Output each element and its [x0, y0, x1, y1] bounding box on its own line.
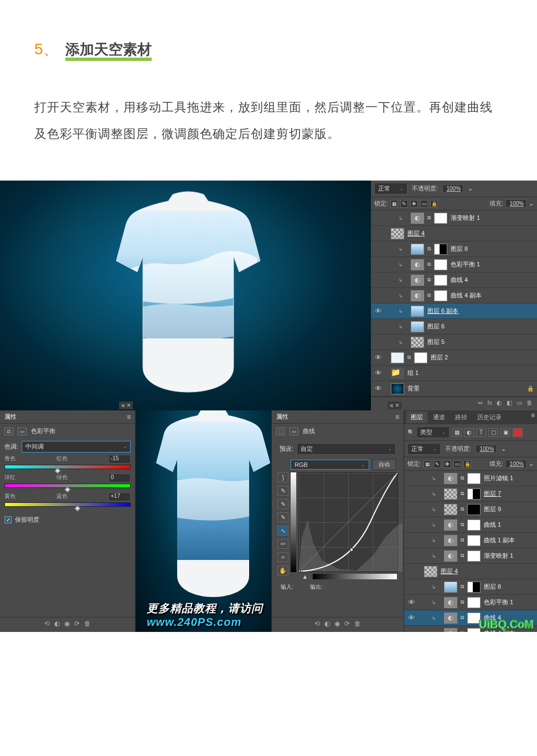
- visibility-icon[interactable]: 👁: [374, 369, 382, 377]
- lock-pixels-icon[interactable]: ▦: [424, 460, 431, 468]
- delete-icon[interactable]: 🗑: [84, 620, 91, 628]
- layer-row[interactable]: 图层 4: [371, 226, 537, 241]
- adjustment-thumb[interactable]: ◐: [444, 551, 457, 562]
- visibility-icon[interactable]: 👁: [407, 614, 415, 622]
- target-adjust-icon[interactable]: ⟆: [277, 472, 288, 482]
- layer-name[interactable]: 图层 7: [484, 490, 536, 498]
- layer-name[interactable]: 色彩平衡 1: [451, 260, 536, 269]
- layer-thumb[interactable]: [444, 488, 457, 500]
- slider-track[interactable]: [4, 502, 131, 507]
- layer-row[interactable]: ↳◐⧉照片滤镜 1: [404, 471, 537, 486]
- curve-point-icon[interactable]: ∿: [277, 526, 288, 536]
- mask-thumb[interactable]: [467, 473, 481, 484]
- tone-dropdown[interactable]: 中间调⌄: [22, 441, 131, 452]
- layer-row[interactable]: ↳◐⧉渐变映射 1: [371, 210, 537, 226]
- mask-thumb[interactable]: [434, 275, 447, 286]
- lock-brush-icon[interactable]: ✎: [433, 460, 441, 468]
- mask-thumb[interactable]: [467, 488, 481, 500]
- visibility-icon[interactable]: 👁: [374, 384, 382, 393]
- layer-row[interactable]: 👁⧉图层 2: [371, 350, 537, 366]
- filter-toggle-icon[interactable]: [513, 428, 523, 437]
- layer-name[interactable]: 照片滤镜 1: [484, 474, 536, 482]
- layer-row[interactable]: ↳◐⧉曲线 4 副本: [371, 288, 537, 304]
- layer-thumb[interactable]: [391, 228, 404, 239]
- opacity-flyout[interactable]: ⌄: [468, 185, 473, 192]
- pencil-icon[interactable]: ✏: [277, 539, 288, 549]
- layer-row[interactable]: ↳⧉图层 8: [371, 241, 537, 257]
- eyedropper-white-icon[interactable]: ✎: [277, 512, 288, 522]
- lock-artboard-icon[interactable]: ▭: [453, 460, 461, 468]
- layer-thumb[interactable]: [391, 383, 404, 394]
- histogram-toggle-icon[interactable]: ▲: [298, 573, 312, 580]
- slider-value[interactable]: -15: [109, 455, 131, 464]
- close-icon[interactable]: « ×: [388, 402, 401, 409]
- close-icon[interactable]: « ×: [119, 402, 133, 409]
- adjustment-thumb[interactable]: ◐: [444, 613, 457, 624]
- reset-icon[interactable]: ◉: [64, 620, 70, 628]
- tab-layers[interactable]: 图层: [406, 412, 427, 423]
- mask-icon[interactable]: ◐: [497, 399, 502, 407]
- filter-pixel-icon[interactable]: ▩: [452, 428, 462, 437]
- lock-pixels-icon[interactable]: ▦: [390, 200, 398, 208]
- lock-all-icon[interactable]: 🔒: [463, 460, 471, 468]
- fill-value[interactable]: 100%: [505, 199, 526, 208]
- layer-thumb[interactable]: [444, 582, 457, 593]
- layer-thumb[interactable]: [444, 504, 457, 515]
- layer-thumb[interactable]: [424, 566, 437, 577]
- mask-thumb[interactable]: [467, 535, 481, 546]
- adjustment-thumb[interactable]: ◐: [444, 520, 457, 531]
- panel-menu-icon[interactable]: ≡: [395, 413, 399, 421]
- layer-row[interactable]: 👁↳图层 6 副本: [371, 304, 537, 319]
- curve-graph[interactable]: [298, 472, 398, 572]
- new-layer-icon[interactable]: ▭: [517, 399, 522, 407]
- layer-row[interactable]: 👁背景🔒: [371, 381, 537, 397]
- panel-menu-icon[interactable]: ≡: [531, 412, 535, 423]
- filter-shape-icon[interactable]: ▢: [488, 428, 498, 437]
- smooth-icon[interactable]: ≈: [277, 552, 288, 562]
- layer-row[interactable]: 👁组 1: [371, 366, 537, 381]
- mask-thumb[interactable]: [467, 582, 481, 593]
- layer-name[interactable]: 曲线 1: [484, 521, 536, 529]
- layer-row[interactable]: ↳⧉图层 9: [404, 502, 537, 517]
- blend-mode-dropdown[interactable]: 正常⌄: [407, 443, 441, 455]
- mask-thumb[interactable]: [467, 551, 481, 562]
- adjustment-thumb[interactable]: ◐: [444, 628, 457, 632]
- fx-icon[interactable]: fx: [487, 399, 492, 407]
- hand-icon[interactable]: ✋: [277, 565, 288, 575]
- layer-row[interactable]: ↳⧉图层 7: [404, 486, 537, 502]
- layer-name[interactable]: 图层 4: [441, 567, 536, 575]
- mask-thumb[interactable]: [434, 259, 447, 270]
- layer-row[interactable]: ↳◐⧉色彩平衡 1: [371, 257, 537, 272]
- adjustment-thumb[interactable]: ◐: [411, 213, 424, 224]
- lock-all-icon[interactable]: 🔒: [430, 200, 438, 208]
- clip-icon[interactable]: ⟲: [44, 620, 50, 628]
- slider-value[interactable]: +17: [109, 492, 131, 501]
- layer-name[interactable]: 图层 6 副本: [427, 307, 536, 315]
- clip-icon[interactable]: ⟲: [314, 620, 320, 628]
- opacity-value[interactable]: 100%: [442, 184, 463, 193]
- filter-adjust-icon[interactable]: ◐: [464, 428, 474, 437]
- layer-name[interactable]: 图层 8: [451, 245, 536, 253]
- mask-thumb[interactable]: [467, 597, 481, 608]
- slider-knob[interactable]: [54, 468, 60, 474]
- layer-row[interactable]: ↳图层 6: [371, 319, 537, 335]
- layer-name[interactable]: 图层 6: [427, 322, 536, 331]
- layer-name[interactable]: 渐变映射 1: [451, 214, 536, 222]
- layer-thumb[interactable]: [391, 352, 404, 363]
- mask-thumb[interactable]: [467, 504, 481, 515]
- layer-name[interactable]: 曲线 4 副本: [451, 291, 536, 300]
- layer-name[interactable]: 色彩平衡 1: [484, 598, 536, 606]
- adjustment-thumb[interactable]: ◐: [411, 275, 424, 286]
- layer-row[interactable]: ↳◐⧉曲线 1 副本: [404, 533, 537, 548]
- tab-paths[interactable]: 路径: [451, 412, 472, 423]
- layer-row[interactable]: 图层 4: [404, 564, 537, 579]
- channel-dropdown[interactable]: RGB⌄: [291, 460, 369, 470]
- eyedropper-gray-icon[interactable]: ✎: [277, 499, 288, 509]
- properties-tab[interactable]: 属性: [4, 413, 17, 421]
- layer-thumb[interactable]: [411, 337, 424, 348]
- layer-thumb[interactable]: [411, 306, 424, 317]
- tab-history[interactable]: 历史记录: [473, 412, 506, 423]
- lock-position-icon[interactable]: ✥: [410, 200, 418, 208]
- view-icon[interactable]: ◐: [324, 620, 330, 628]
- layer-name[interactable]: 组 1: [407, 369, 536, 377]
